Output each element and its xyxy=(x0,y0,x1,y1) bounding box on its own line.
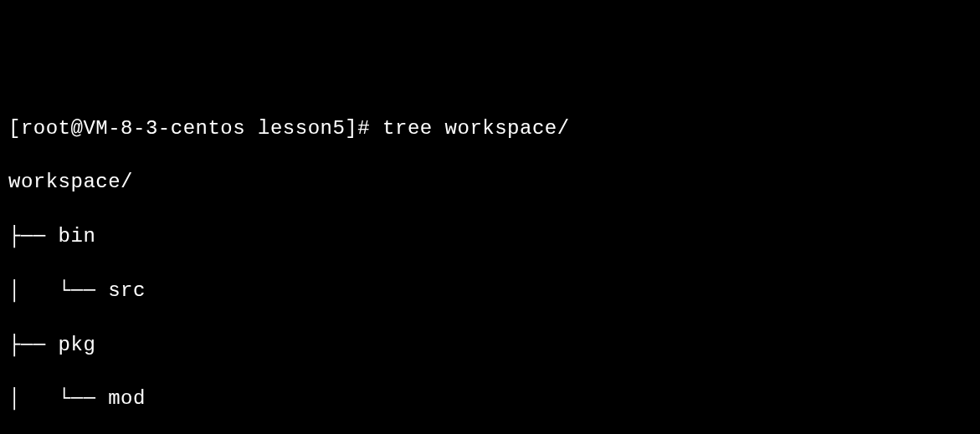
prompt-command: tree workspace/ xyxy=(382,117,570,140)
tree-root: workspace/ xyxy=(8,169,972,196)
tree-line: │ └── src xyxy=(8,278,972,304)
tree-line: │ └── mod xyxy=(8,385,972,412)
prompt-user-host: [root@VM-8-3-centos lesson5]# xyxy=(8,117,370,140)
tree-line: ├── pkg xyxy=(8,332,972,359)
shell-prompt-line[interactable]: [root@VM-8-3-centos lesson5]# tree works… xyxy=(8,115,972,142)
tree-line: ├── bin xyxy=(8,223,972,250)
